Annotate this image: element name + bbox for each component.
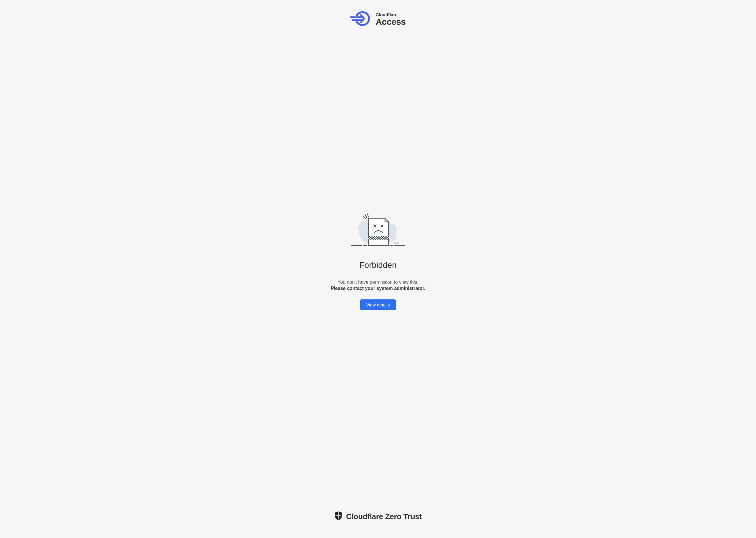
error-message: You don't have permission to view this. — [338, 279, 418, 286]
shield-icon — [334, 511, 343, 522]
footer-text: Cloudflare Zero Trust — [346, 512, 422, 521]
view-details-button[interactable]: View details — [360, 299, 397, 310]
svg-line-12 — [367, 214, 368, 217]
sad-document-icon — [350, 214, 406, 260]
main-content: Forbidden You don't have permission to v… — [0, 12, 756, 511]
error-title: Forbidden — [359, 260, 397, 270]
svg-point-10 — [381, 225, 383, 227]
footer: Cloudflare Zero Trust — [334, 511, 422, 522]
error-message-bold: Please contact your system administrator… — [331, 286, 425, 291]
svg-line-13 — [363, 217, 365, 219]
svg-line-11 — [365, 214, 367, 217]
